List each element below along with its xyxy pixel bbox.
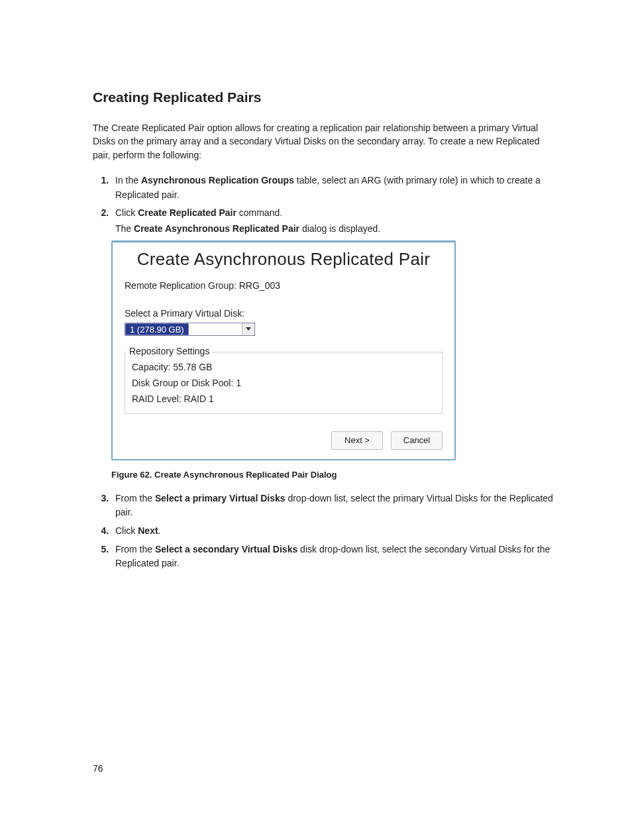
step-bold: Create Replicated Pair (138, 207, 237, 218)
step-text: . (158, 525, 161, 536)
intro-paragraph: The Create Replicated Pair option allows… (93, 121, 559, 162)
step-2: Click Create Replicated Pair command. Th… (111, 206, 559, 236)
step-bold: Select a secondary Virtual Disks (155, 544, 297, 554)
primary-virtual-disk-dropdown[interactable]: 1 (278.90 GB) (125, 323, 255, 336)
remote-replication-group-label: Remote Replication Group: RRG_003 (125, 280, 443, 291)
steps-list-continued: From the Select a primary Virtual Disks … (93, 492, 559, 571)
figure-caption: Figure 62. Create Asynchronous Replicate… (111, 470, 559, 480)
dropdown-selected-value: 1 (278.90 GB) (125, 323, 189, 335)
dialog-screenshot: Create Asynchronous Replicated Pair Remo… (111, 240, 559, 460)
create-replicated-pair-dialog: Create Asynchronous Replicated Pair Remo… (111, 240, 456, 460)
dialog-button-row: Next > Cancel (125, 431, 443, 450)
cancel-button[interactable]: Cancel (391, 431, 443, 450)
step-bold: Next (138, 525, 158, 536)
step-text: From the (115, 493, 155, 503)
repository-settings-group: Repository Settings Capacity: 55.78 GB D… (125, 352, 443, 414)
step-bold: Create Asynchronous Replicated Pair (134, 223, 299, 234)
step-text: Click (115, 525, 138, 536)
dialog-title: Create Asynchronous Replicated Pair (125, 249, 443, 270)
step-text: From the (115, 544, 155, 554)
page-number: 76 (93, 763, 103, 774)
step-text: In the (115, 175, 141, 185)
select-primary-label: Select a Primary Virtual Disk: (125, 308, 443, 319)
next-button[interactable]: Next > (331, 431, 383, 450)
step-4: Click Next. (111, 524, 559, 539)
capacity-row: Capacity: 55.78 GB (132, 362, 435, 372)
step-5: From the Select a secondary Virtual Disk… (111, 543, 559, 571)
step-text: Click (115, 207, 138, 218)
step-1: In the Asynchronous Replication Groups t… (111, 174, 559, 202)
raid-level-row: RAID Level: RAID 1 (132, 394, 435, 404)
step-text: command. (237, 207, 282, 218)
step-3: From the Select a primary Virtual Disks … (111, 492, 559, 520)
repository-settings-legend: Repository Settings (127, 346, 212, 356)
step-text: The (115, 223, 134, 234)
chevron-down-icon[interactable] (242, 323, 254, 335)
step-bold: Asynchronous Replication Groups (141, 175, 294, 185)
disk-group-row: Disk Group or Disk Pool: 1 (132, 378, 435, 388)
section-heading: Creating Replicated Pairs (93, 89, 559, 105)
steps-list: In the Asynchronous Replication Groups t… (93, 174, 559, 236)
step-subline: The Create Asynchronous Replicated Pair … (115, 222, 559, 236)
step-text: dialog is displayed. (299, 223, 380, 234)
dropdown-field (189, 323, 242, 335)
svg-marker-0 (246, 327, 251, 331)
step-bold: Select a primary Virtual Disks (155, 493, 286, 503)
